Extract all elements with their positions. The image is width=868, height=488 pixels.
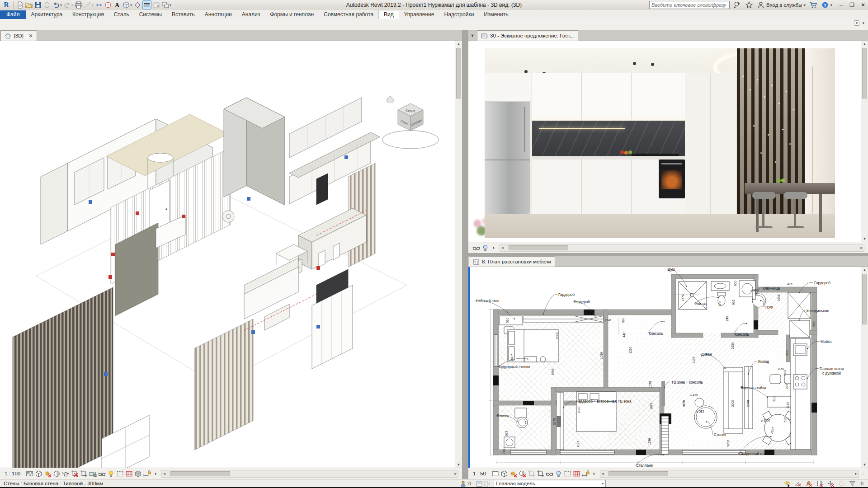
scroll-thumb[interactable]	[456, 48, 461, 99]
horizontal-scrollbar-3d[interactable]: ◂ ▸	[161, 470, 458, 478]
view-tab-render[interactable]: 30 - Эскизное предложение. Гост...	[477, 30, 578, 41]
restore-button[interactable]: ❐	[849, 2, 854, 8]
print-icon[interactable]	[75, 1, 83, 9]
ribbon-tab-Управление[interactable]: Управление	[399, 10, 439, 19]
scroll-up-icon[interactable]: ▲	[457, 42, 461, 46]
sunx-icon[interactable]	[509, 469, 518, 478]
cropx-icon[interactable]	[71, 469, 79, 478]
slopex-icon[interactable]	[794, 479, 802, 488]
sign-in-menu[interactable]: Вход в службы ▾	[757, 1, 806, 9]
save-icon[interactable]	[34, 1, 42, 9]
measure-icon[interactable]: ▾	[84, 1, 94, 9]
thin-icon[interactable]	[142, 0, 151, 9]
horizontal-scrollbar-render[interactable]: ◂▸	[500, 244, 864, 252]
scale-button[interactable]: 1 : 100	[2, 471, 25, 476]
teapot-icon[interactable]	[61, 469, 70, 478]
scroll-left-icon[interactable]: ◂	[162, 471, 167, 476]
shadow-icon[interactable]	[52, 469, 61, 478]
checker-icon[interactable]	[25, 469, 34, 478]
ribbon-tab-Изменить[interactable]: Изменить	[479, 10, 513, 19]
help-menu[interactable]: ▾	[821, 1, 832, 9]
ribbon-display-toggle[interactable]: ▾▾	[854, 20, 864, 26]
vertical-scrollbar-plan[interactable]: ▲▼	[861, 267, 868, 468]
dashbox-icon[interactable]	[563, 469, 572, 478]
ribbon-tab-Аннотации[interactable]: Аннотации	[200, 10, 237, 19]
crop-icon[interactable]	[536, 469, 545, 478]
camlock-icon[interactable]	[89, 469, 97, 478]
glasses-icon[interactable]	[472, 244, 481, 252]
scroll-down-icon[interactable]: ▼	[457, 463, 461, 467]
bulbY-icon[interactable]	[107, 469, 115, 478]
filter-icon[interactable]	[849, 479, 856, 488]
shadowx-icon[interactable]	[518, 469, 527, 478]
isobox-icon[interactable]	[34, 469, 43, 478]
close-view-icon[interactable]: ✕	[28, 33, 33, 39]
sync-icon[interactable]	[43, 1, 51, 9]
redgrid-icon[interactable]	[125, 469, 133, 478]
collapse-icon[interactable]: ‹	[490, 244, 497, 251]
tag-icon[interactable]	[104, 1, 112, 9]
help-search-input[interactable]	[649, 1, 730, 9]
ribbon-tab-Конструкция[interactable]: Конструкция	[67, 10, 109, 19]
crop-icon[interactable]	[80, 469, 88, 478]
closewin-icon[interactable]	[152, 1, 160, 9]
canvas-render[interactable]	[468, 41, 861, 242]
ribbon-tab-Формы и генплан[interactable]: Формы и генплан	[265, 10, 319, 19]
graybox-icon[interactable]	[134, 469, 142, 478]
linksel-icon[interactable]	[783, 479, 791, 488]
doc-icon[interactable]	[16, 1, 24, 9]
lockdim-icon[interactable]	[581, 469, 590, 478]
favorites-star-icon[interactable]	[745, 1, 753, 9]
crop-icon[interactable]	[527, 469, 536, 478]
open-icon[interactable]	[25, 1, 33, 9]
ribbon-tab-Вид[interactable]: Вид	[378, 10, 399, 19]
redgrid-icon[interactable]	[572, 469, 581, 478]
doorx-icon[interactable]	[816, 479, 824, 488]
view-tab-3d[interactable]: {3D} ✕	[0, 30, 37, 41]
ribbon-tab-Надстройки[interactable]: Надстройки	[439, 10, 479, 19]
ribbon-tab-Вставить[interactable]: Вставить	[167, 10, 200, 19]
switch-icon[interactable]: ▾	[161, 1, 172, 9]
collapse-icon[interactable]: ‹	[590, 470, 598, 477]
glasses-icon[interactable]	[98, 469, 106, 478]
canvas-plan[interactable]: Рабочий столГардеробГардеробБудуарный ст…	[468, 267, 861, 468]
scale-button[interactable]: 1 : 50	[470, 471, 491, 476]
worksets-icon[interactable]	[459, 479, 467, 488]
horizontal-scrollbar-plan[interactable]: ◂▸	[600, 470, 859, 478]
vertical-scrollbar-render[interactable]: ▲▼	[861, 41, 868, 242]
ribbon-tab-Сталь[interactable]: Сталь	[109, 10, 134, 19]
revit-logo[interactable]: R	[2, 1, 11, 9]
close-button[interactable]: ✕	[861, 2, 865, 8]
canvas-3d[interactable]: Сверху Слева Спереди	[0, 41, 455, 468]
tab-overflow-icon[interactable]: ▼	[468, 31, 476, 41]
communication-center-icon[interactable]	[733, 1, 741, 9]
ribbon-tab-Совместная работа[interactable]: Совместная работа	[319, 10, 378, 19]
cube-icon[interactable]: ▾	[122, 1, 132, 9]
properties-icon[interactable]	[476, 479, 483, 488]
dimgear-icon[interactable]	[838, 479, 845, 488]
text-icon[interactable]	[113, 1, 121, 9]
viewcube[interactable]: Сверху Слева Спереди	[382, 96, 439, 149]
undo-icon[interactable]: ▾	[52, 1, 62, 9]
vertical-scrollbar-3d[interactable]: ▲ ▼	[455, 41, 462, 468]
rect-icon[interactable]	[491, 469, 500, 478]
redo-icon[interactable]: ▾	[63, 1, 74, 9]
collapse-icon[interactable]: ‹	[152, 470, 159, 477]
ribbon-tab-Анализ[interactable]: Анализ	[237, 10, 265, 19]
movex-icon[interactable]	[827, 479, 835, 488]
glasses-icon[interactable]	[545, 469, 554, 478]
minimize-button[interactable]: ─	[840, 2, 844, 8]
resize-grip[interactable]: ⁙	[861, 471, 866, 476]
pinx-icon[interactable]	[805, 479, 813, 488]
bulbB-icon[interactable]	[481, 244, 490, 252]
exchange-apps-cart-icon[interactable]	[809, 1, 817, 9]
view-tab-plan[interactable]: 8. План расстановки мебели	[469, 256, 555, 267]
dashbox-icon[interactable]	[116, 469, 124, 478]
ribbon-tab-Файл[interactable]: Файл	[0, 10, 26, 19]
ribbon-tab-Архитектура[interactable]: Архитектура	[26, 10, 68, 19]
section-icon[interactable]	[133, 1, 142, 9]
design-option-select[interactable]: Главная модель ▾	[494, 480, 606, 488]
scroll-right-icon[interactable]: ▸	[453, 471, 458, 476]
sunx-icon[interactable]	[43, 469, 52, 478]
isobox-icon[interactable]	[500, 469, 509, 478]
